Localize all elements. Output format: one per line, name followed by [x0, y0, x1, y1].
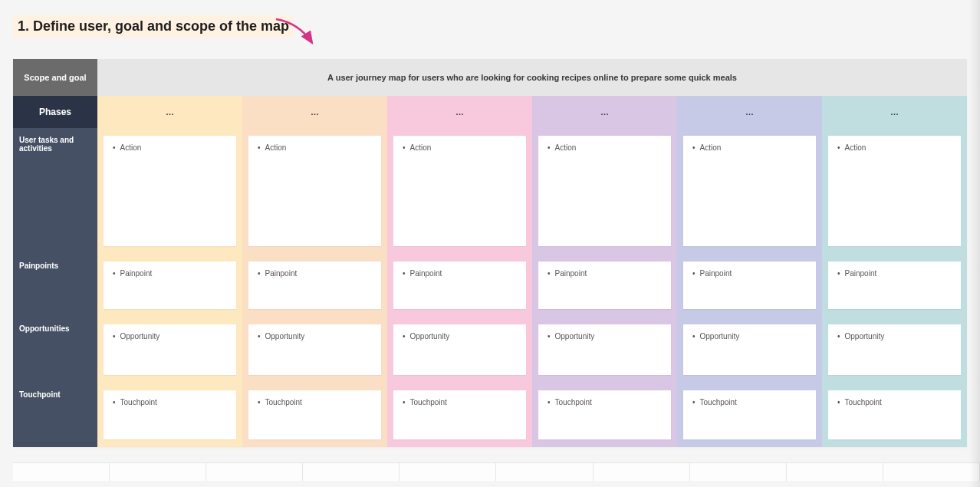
cell-opportunity[interactable]: Opportunity — [822, 317, 967, 383]
cell-painpoint[interactable]: Painpoint — [822, 254, 967, 317]
opportunity-item: Opportunity — [403, 332, 449, 341]
cell-opportunity[interactable]: Opportunity — [387, 317, 532, 383]
opportunity-item: Opportunity — [837, 332, 884, 341]
cell-action[interactable]: Action — [677, 128, 822, 254]
cell-action[interactable]: Action — [97, 128, 242, 254]
cell-touchpoint[interactable]: Touchpoint — [97, 383, 242, 447]
touchpoint-item: Touchpoint — [258, 398, 302, 406]
cell-opportunity[interactable]: Opportunity — [242, 317, 387, 383]
row-header-tasks: User tasks and activities — [13, 128, 97, 254]
cell-painpoint[interactable]: Painpoint — [97, 254, 242, 317]
cell-touchpoint[interactable]: Touchpoint — [822, 383, 967, 447]
touchpoint-item: Touchpoint — [113, 398, 157, 406]
touchpoint-item: Touchpoint — [692, 398, 737, 406]
painpoint-item: Painpoint — [837, 269, 876, 278]
scope-label: Scope and goal — [13, 59, 97, 96]
painpoint-item: Painpoint — [403, 269, 442, 278]
action-item: Action — [258, 143, 286, 152]
edge-shadow — [969, 0, 980, 487]
cell-action[interactable]: Action — [532, 128, 677, 254]
action-item: Action — [113, 143, 141, 152]
phase-header[interactable]: … — [242, 96, 387, 128]
cell-opportunity[interactable]: Opportunity — [532, 317, 677, 383]
row-header-opportunities: Opportunities — [13, 317, 97, 383]
phase-header[interactable]: … — [822, 96, 967, 128]
cell-action[interactable]: Action — [822, 128, 967, 254]
painpoint-item: Painpoint — [548, 269, 587, 278]
background-grid — [13, 462, 980, 481]
cell-action[interactable]: Action — [242, 128, 387, 254]
scope-text: A user journey map for users who are loo… — [97, 59, 967, 96]
phase-header[interactable]: … — [532, 96, 677, 128]
painpoint-item: Painpoint — [113, 269, 152, 278]
journey-map: Scope and goal A user journey map for us… — [13, 59, 967, 447]
touchpoint-item: Touchpoint — [548, 398, 592, 406]
phase-header[interactable]: … — [677, 96, 822, 128]
row-header-touchpoint: Touchpoint — [13, 383, 97, 447]
painpoint-item: Painpoint — [692, 269, 732, 278]
row-header-painpoints: Painpoints — [13, 254, 97, 317]
touchpoint-item: Touchpoint — [403, 398, 447, 406]
cell-opportunity[interactable]: Opportunity — [677, 317, 822, 383]
phase-header[interactable]: … — [387, 96, 532, 128]
step-title: 1. Define user, goal and scope of the ma… — [13, 15, 294, 38]
cell-touchpoint[interactable]: Touchpoint — [242, 383, 387, 447]
opportunity-item: Opportunity — [113, 332, 159, 341]
cell-painpoint[interactable]: Painpoint — [677, 254, 822, 317]
action-item: Action — [403, 143, 431, 152]
opportunity-item: Opportunity — [692, 332, 739, 341]
action-item: Action — [837, 143, 866, 152]
cell-touchpoint[interactable]: Touchpoint — [532, 383, 677, 447]
touchpoint-item: Touchpoint — [837, 398, 882, 406]
opportunity-item: Opportunity — [258, 332, 304, 341]
cell-action[interactable]: Action — [387, 128, 532, 254]
cell-painpoint[interactable]: Painpoint — [242, 254, 387, 317]
phase-header[interactable]: … — [97, 96, 242, 128]
painpoint-item: Painpoint — [258, 269, 297, 278]
row-header-phases: Phases — [13, 96, 97, 128]
cell-touchpoint[interactable]: Touchpoint — [387, 383, 532, 447]
cell-painpoint[interactable]: Painpoint — [532, 254, 677, 317]
action-item: Action — [692, 143, 721, 152]
cell-touchpoint[interactable]: Touchpoint — [677, 383, 822, 447]
action-item: Action — [548, 143, 576, 152]
opportunity-item: Opportunity — [548, 332, 594, 341]
cell-opportunity[interactable]: Opportunity — [97, 317, 242, 383]
cell-painpoint[interactable]: Painpoint — [387, 254, 532, 317]
